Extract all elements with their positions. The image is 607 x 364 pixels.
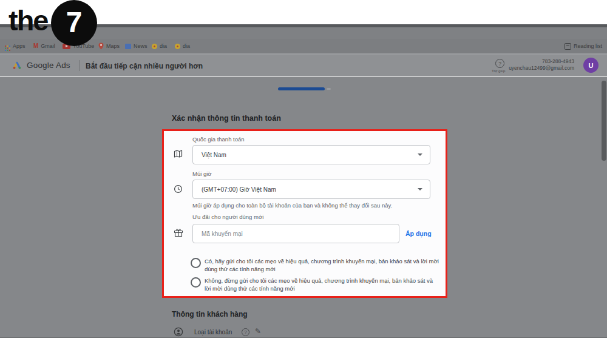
bookmark-label: News <box>134 43 148 49</box>
bookmark-label: Gmail <box>41 43 55 49</box>
user-avatar[interactable]: U <box>583 58 599 73</box>
radio-no-label[interactable]: Không, đừng gửi cho tôi các mẹo về hiệu … <box>205 277 439 293</box>
bookmark-apps[interactable]: Apps <box>5 39 25 53</box>
account-contact: 783-288-4943 uyenchau12499@gmail.com <box>509 58 574 71</box>
bookmark-label: Apps <box>13 43 25 49</box>
apply-button[interactable]: Áp dụng <box>405 230 432 237</box>
chevron-down-icon <box>418 153 422 156</box>
progress-track-remainder <box>327 88 331 90</box>
clock-icon <box>174 184 183 194</box>
account-email: uyenchau12499@gmail.com <box>509 65 574 72</box>
the7-logo-circle: 7 <box>51 0 97 46</box>
chevron-down-icon <box>418 188 422 190</box>
timezone-select[interactable]: (GMT+07:00) Giờ Việt Nam <box>192 180 430 199</box>
account-phone: 783-288-4943 <box>509 58 574 65</box>
account-type-help-icon[interactable]: ? <box>242 328 249 336</box>
offer-icon <box>174 228 183 237</box>
reading-list-label: Reading list <box>574 43 602 49</box>
maps-pin-icon <box>98 42 104 50</box>
bookmark-label: dia <box>183 43 190 49</box>
apps-grid-icon <box>5 46 6 47</box>
bookmark-label: dia <box>160 43 167 49</box>
the7-logo-number: 7 <box>66 8 83 37</box>
bookmark-gmail[interactable]: M Gmail <box>33 39 55 53</box>
bookmarks-bar: Apps M Gmail YouTube Maps News dia dia <box>0 39 607 53</box>
google-ads-header: Google Ads Bắt đầu tiếp cận nhiều người … <box>0 55 607 76</box>
timezone-value: (GMT+07:00) Giờ Việt Nam <box>202 186 418 193</box>
country-select[interactable]: Việt Nam <box>192 145 430 164</box>
reading-list-icon <box>565 43 571 50</box>
dia-favicon-icon <box>175 44 180 49</box>
bookmark-news[interactable]: News <box>125 39 148 53</box>
screenshot-canvas: ← → ⟳ com/aw/signup/payment?ocid=8042137… <box>0 0 607 364</box>
reading-list-button[interactable]: Reading list <box>565 39 602 53</box>
help-label: Trợ giúp <box>492 69 505 73</box>
radio-yes-label[interactable]: Có, hãy gửi cho tôi các mẹo về hiệu quả,… <box>205 257 439 274</box>
radio-yes[interactable] <box>191 258 201 268</box>
gmail-icon: M <box>33 43 38 49</box>
bookmark-label: Maps <box>106 43 120 49</box>
help-icon[interactable]: ? <box>495 59 504 68</box>
news-icon <box>125 44 131 49</box>
page-title: Bắt đầu tiếp cận nhiều người hơn <box>86 62 203 70</box>
scrollbar-thumb[interactable] <box>602 81 606 161</box>
promo-code-input[interactable] <box>192 224 399 243</box>
dia-favicon-icon <box>152 44 157 49</box>
map-icon <box>174 149 183 158</box>
country-label: Quốc gia thanh toán <box>192 136 245 143</box>
promo-section-label: Ưu đãi cho người dùng mới <box>192 214 263 220</box>
bookmark-dia-2[interactable]: dia <box>175 39 190 53</box>
country-value: Việt Nam <box>202 152 418 158</box>
customer-section-title: Thông tin khách hàng <box>172 310 248 318</box>
brand-name[interactable]: Google Ads <box>27 61 70 70</box>
timezone-label: Múi giờ <box>192 170 212 177</box>
section-title: Xác nhận thông tin thanh toán <box>172 114 281 123</box>
bookmark-maps[interactable]: Maps <box>98 39 120 53</box>
account-type-label: Loại tài khoản <box>194 329 232 335</box>
timezone-helper: Múi giờ áp dụng cho toàn bộ tài khoản củ… <box>192 202 392 209</box>
bookmark-dia-1[interactable]: dia <box>152 39 167 53</box>
header-divider <box>80 60 80 71</box>
radio-no[interactable] <box>191 277 201 288</box>
person-icon <box>174 327 183 337</box>
progress-bar <box>278 87 325 90</box>
edit-pencil-icon[interactable]: ✎ <box>255 328 261 335</box>
google-ads-logo-icon <box>12 61 22 70</box>
the7-logo-text: the <box>8 6 48 35</box>
